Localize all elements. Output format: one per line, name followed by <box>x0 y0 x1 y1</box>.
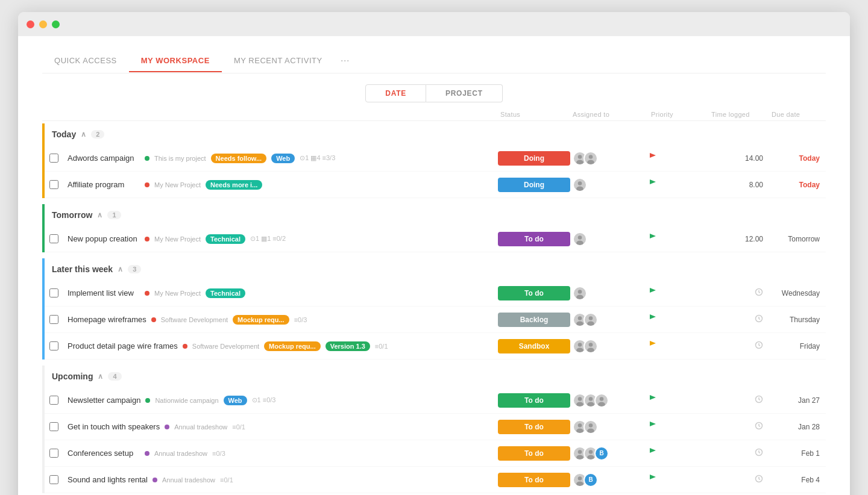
section-label-later: Later this week <box>52 264 113 274</box>
main-content: QUICK ACCESS MY WORKSPACE MY RECENT ACTI… <box>18 36 850 495</box>
tab-my-workspace[interactable]: MY WORKSPACE <box>129 50 222 72</box>
task-meta: ⊙1 ▦1 ≡0/2 <box>250 235 286 243</box>
project-toggle-btn[interactable]: PROJECT <box>426 84 503 102</box>
task-status: Doing <box>498 151 570 166</box>
section-today: Today∧2Adwords campaignThis is my projec… <box>42 123 826 198</box>
task-status: To do <box>498 473 570 487</box>
task-name[interactable]: Sound and lights rental <box>68 475 148 484</box>
column-headers: Status Assigned to Priority Time logged … <box>42 108 826 121</box>
project-name: My New Project <box>154 290 201 297</box>
task-due: Jan 27 <box>769 396 823 405</box>
date-toggle-btn[interactable]: DATE <box>365 84 426 102</box>
task-tag: Technical <box>206 234 245 244</box>
task-status: Backlog <box>498 313 570 327</box>
project-name: Software Development <box>192 343 259 350</box>
task-name[interactable]: Conferences setup <box>68 449 140 458</box>
task-due: Jan 28 <box>769 423 823 431</box>
task-name[interactable]: Homepage wireframes <box>68 315 146 324</box>
task-row: Implement list viewMy New ProjectTechnic… <box>45 280 826 307</box>
task-name[interactable]: Newsletter campaign <box>68 396 140 405</box>
section-count-later: 3 <box>128 265 141 273</box>
title-bar <box>18 12 850 36</box>
task-checkbox[interactable] <box>49 396 58 405</box>
task-checkbox[interactable] <box>49 180 58 189</box>
task-name[interactable]: Adwords campaign <box>68 154 140 163</box>
task-row: Adwords campaignThis is my projectNeeds … <box>45 145 826 172</box>
project-name: Annual tradeshow <box>154 450 207 457</box>
task-avatars <box>570 339 649 353</box>
section-label-tomorrow: Tomorrow <box>52 210 92 220</box>
project-dot <box>165 425 169 429</box>
tab-more[interactable]: ··· <box>335 48 356 73</box>
task-name[interactable]: Implement list view <box>68 288 140 297</box>
task-avatars <box>570 286 649 300</box>
app-window: QUICK ACCESS MY WORKSPACE MY RECENT ACTI… <box>18 12 850 495</box>
col-status: Status <box>500 111 573 118</box>
task-name[interactable]: Get in touch with speakers <box>68 422 160 431</box>
tab-recent-activity[interactable]: MY RECENT ACTIVITY <box>222 50 335 72</box>
task-priority <box>649 421 709 432</box>
task-checkbox[interactable] <box>49 288 58 297</box>
task-avatars <box>570 420 649 434</box>
task-time <box>709 341 769 351</box>
task-priority <box>649 314 709 325</box>
task-avatars <box>570 313 649 327</box>
project-name: Annual tradeshow <box>174 423 227 431</box>
task-row: Sound and lights rentalAnnual tradeshow≡… <box>45 467 826 493</box>
project-name: My New Project <box>154 181 201 188</box>
task-checkbox[interactable] <box>49 449 58 458</box>
chevron-icon-upcoming: ∧ <box>98 372 103 381</box>
task-checkbox[interactable] <box>49 234 58 243</box>
minimize-button[interactable] <box>39 20 47 28</box>
task-priority <box>649 287 709 299</box>
chevron-icon-today: ∧ <box>81 130 86 139</box>
svg-point-48 <box>578 450 582 454</box>
task-time <box>709 395 769 405</box>
task-status: Doing <box>498 178 570 192</box>
task-due: Today <box>769 154 823 163</box>
task-avatars <box>570 232 649 246</box>
section-header-upcoming[interactable]: Upcoming∧4 <box>45 366 826 387</box>
project-dot <box>145 398 150 403</box>
task-checkbox[interactable] <box>49 475 58 484</box>
svg-point-49 <box>576 455 583 459</box>
section-header-today[interactable]: Today∧2 <box>45 123 826 145</box>
tab-quick-access[interactable]: QUICK ACCESS <box>42 50 129 72</box>
task-due: Tomorrow <box>769 235 823 243</box>
task-avatars <box>570 178 649 192</box>
close-button[interactable] <box>27 20 34 28</box>
task-checkbox[interactable] <box>49 422 58 431</box>
svg-point-35 <box>587 402 594 406</box>
task-tag: Web <box>224 396 247 405</box>
task-time: 8.00 <box>709 181 769 189</box>
task-status: To do <box>498 446 570 461</box>
svg-point-44 <box>589 423 593 428</box>
task-checkbox[interactable] <box>49 315 58 324</box>
task-row: Newsletter campaignNationwide campaignWe… <box>45 387 826 414</box>
task-checkbox[interactable] <box>49 341 58 350</box>
task-tag: Mockup requ... <box>233 315 289 325</box>
task-checkbox[interactable] <box>49 154 58 163</box>
task-name[interactable]: New popup creation <box>68 234 140 243</box>
task-priority <box>649 340 709 352</box>
task-time <box>709 422 769 432</box>
svg-point-34 <box>589 397 593 401</box>
section-header-later[interactable]: Later this week∧3 <box>45 258 826 280</box>
task-meta: ≡0/1 <box>375 343 388 350</box>
maximize-button[interactable] <box>52 20 60 28</box>
svg-point-11 <box>576 240 583 245</box>
svg-point-5 <box>587 160 594 164</box>
project-name: Annual tradeshow <box>162 476 215 484</box>
task-time <box>709 314 769 325</box>
task-avatars: B <box>570 473 649 487</box>
svg-point-28 <box>587 347 594 352</box>
task-name[interactable]: Affiliate program <box>68 180 140 189</box>
task-meta: ≡0/3 <box>294 316 307 323</box>
task-name[interactable]: Product detail page wire frames <box>68 341 178 350</box>
project-name: This is my project <box>154 155 206 162</box>
task-priority <box>649 474 709 485</box>
section-header-tomorrow[interactable]: Tomorrow∧1 <box>45 204 826 226</box>
task-status: To do <box>498 420 570 434</box>
svg-point-4 <box>589 155 593 159</box>
project-dot <box>145 237 149 241</box>
